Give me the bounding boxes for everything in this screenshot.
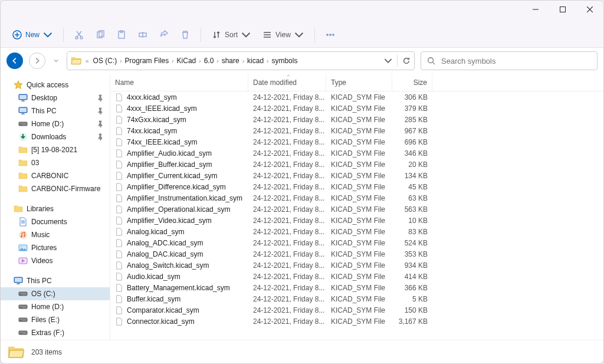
file-row[interactable]: Amplifier_Operational.kicad_sym 24-12-20… bbox=[110, 204, 603, 215]
file-row[interactable]: Amplifier_Instrumentation.kicad_sym 24-1… bbox=[110, 192, 603, 204]
sidebar-item[interactable]: Videos bbox=[1, 254, 110, 267]
file-row[interactable]: Amplifier_Audio.kicad_sym 24-12-2021, Fr… bbox=[110, 147, 603, 159]
sidebar-item[interactable]: Home (D:) bbox=[1, 300, 110, 313]
file-date: 24-12-2021, Friday 8... bbox=[248, 228, 326, 236]
file-row[interactable]: Amplifier_Video.kicad_sym 24-12-2021, Fr… bbox=[110, 215, 603, 226]
sort-button[interactable]: Sort bbox=[207, 27, 255, 43]
sidebar-item-label: Home (D:) bbox=[31, 120, 93, 128]
file-row[interactable]: Connector.kicad_sym 24-12-2021, Friday 8… bbox=[110, 316, 603, 327]
file-row[interactable]: Buffer.kicad_sym 24-12-2021, Friday 8...… bbox=[110, 293, 603, 304]
file-date: 24-12-2021, Friday 8... bbox=[248, 127, 326, 135]
file-type: KICAD_SYM File bbox=[326, 104, 392, 113]
sidebar-item[interactable]: Downloads bbox=[1, 130, 110, 143]
breadcrumb-overflow[interactable]: « bbox=[85, 58, 90, 64]
file-date: 24-12-2021, Friday 8... bbox=[248, 194, 326, 202]
file-name: Amplifier_Video.kicad_sym bbox=[127, 217, 212, 225]
sidebar-item[interactable]: Files (E:) bbox=[1, 313, 110, 326]
file-type: KICAD_SYM File bbox=[326, 317, 392, 326]
sidebar-item[interactable]: Home (D:) bbox=[1, 117, 110, 130]
pic-icon bbox=[18, 243, 28, 252]
breadcrumb-segment[interactable]: share bbox=[219, 55, 242, 66]
file-date: 24-12-2021, Friday 8... bbox=[248, 239, 326, 247]
sidebar-item[interactable]: Pictures bbox=[1, 241, 110, 254]
sidebar-item[interactable]: 03 bbox=[1, 156, 110, 169]
sidebar-item[interactable]: CARBONIC bbox=[1, 169, 110, 182]
address-bar[interactable]: « OS (C:)›Program Files›KiCad›6.0›share›… bbox=[67, 51, 415, 70]
copy-button[interactable] bbox=[91, 25, 110, 44]
sidebar-item[interactable]: CARBONIC-Firmware bbox=[1, 182, 110, 195]
sidebar-item-label: Documents bbox=[31, 218, 106, 226]
vid-icon bbox=[18, 256, 28, 265]
file-type: KICAD_SYM File bbox=[326, 138, 392, 146]
pin-icon bbox=[97, 107, 104, 114]
breadcrumb-segment[interactable]: 6.0 bbox=[202, 55, 216, 66]
file-date: 24-12-2021, Friday 8... bbox=[248, 273, 326, 281]
file-size: 3,167 KB bbox=[392, 317, 432, 326]
sidebar-item-label: Pictures bbox=[31, 244, 106, 252]
column-header-type[interactable]: Type bbox=[326, 74, 392, 91]
file-size: 934 KB bbox=[392, 261, 432, 270]
file-row[interactable]: Analog_Switch.kicad_sym 24-12-2021, Frid… bbox=[110, 260, 603, 271]
column-header-size[interactable]: Size bbox=[392, 74, 432, 91]
file-row[interactable]: Amplifier_Difference.kicad_sym 24-12-202… bbox=[110, 181, 603, 192]
breadcrumb-segment[interactable]: kicad bbox=[245, 55, 266, 66]
file-row[interactable]: Battery_Management.kicad_sym 24-12-2021,… bbox=[110, 282, 603, 293]
file-explorer-window: New Sort View « OS (C:)›Program bbox=[0, 0, 604, 364]
new-button[interactable]: New bbox=[8, 27, 57, 43]
search-box[interactable] bbox=[421, 51, 598, 70]
breadcrumb-segment[interactable]: symbols bbox=[269, 55, 300, 66]
file-date: 24-12-2021, Friday 8... bbox=[248, 306, 326, 314]
sidebar-quick-access[interactable]: Quick access bbox=[1, 78, 110, 91]
sidebar-item[interactable]: Extras (F:) bbox=[1, 326, 110, 339]
maximize-button[interactable] bbox=[549, 1, 576, 18]
sidebar-item[interactable]: Music bbox=[1, 228, 110, 241]
close-button[interactable] bbox=[576, 1, 603, 18]
sidebar-item-label: Files (E:) bbox=[31, 316, 106, 324]
file-row[interactable]: Amplifier_Current.kicad_sym 24-12-2021, … bbox=[110, 170, 603, 181]
file-row[interactable]: 74xx_IEEE.kicad_sym 24-12-2021, Friday 8… bbox=[110, 136, 603, 147]
breadcrumb-segment[interactable]: OS (C:) bbox=[91, 55, 120, 66]
file-date: 24-12-2021, Friday 8... bbox=[248, 149, 326, 158]
file-row[interactable]: Comparator.kicad_sym 24-12-2021, Friday … bbox=[110, 304, 603, 316]
svg-point-25 bbox=[428, 58, 434, 63]
breadcrumb-segment[interactable]: Program Files bbox=[123, 55, 172, 66]
share-button[interactable] bbox=[155, 25, 173, 44]
minimize-button[interactable] bbox=[522, 1, 549, 18]
view-button[interactable]: View bbox=[258, 27, 308, 43]
sidebar-item[interactable]: This PC bbox=[1, 104, 110, 117]
file-row[interactable]: 4xxx.kicad_sym 24-12-2021, Friday 8... K… bbox=[110, 91, 603, 103]
file-row[interactable]: Amplifier_Buffer.kicad_sym 24-12-2021, F… bbox=[110, 159, 603, 170]
sidebar[interactable]: Quick access Desktop This PC Home (D:) D… bbox=[1, 74, 110, 340]
recent-locations-button[interactable] bbox=[51, 58, 61, 63]
file-row[interactable]: Analog.kicad_sym 24-12-2021, Friday 8...… bbox=[110, 226, 603, 237]
file-name: Analog_Switch.kicad_sym bbox=[127, 261, 209, 270]
svg-point-15 bbox=[76, 37, 78, 39]
file-row[interactable]: 74xx.kicad_sym 24-12-2021, Friday 8... K… bbox=[110, 125, 603, 136]
refresh-button[interactable] bbox=[402, 57, 411, 65]
address-dropdown-button[interactable] bbox=[384, 57, 392, 65]
back-button[interactable] bbox=[6, 53, 23, 69]
sidebar-item[interactable]: [5] 19-08-2021 bbox=[1, 143, 110, 156]
file-row[interactable]: Analog_DAC.kicad_sym 24-12-2021, Friday … bbox=[110, 248, 603, 260]
file-row[interactable]: 74xGxx.kicad_sym 24-12-2021, Friday 8...… bbox=[110, 114, 603, 125]
rename-button[interactable] bbox=[133, 25, 152, 44]
breadcrumb-segment[interactable]: KiCad bbox=[175, 55, 199, 66]
sidebar-item[interactable]: Desktop bbox=[1, 91, 110, 104]
column-header-name[interactable]: Name bbox=[110, 74, 248, 91]
file-list[interactable]: 4xxx.kicad_sym 24-12-2021, Friday 8... K… bbox=[110, 91, 603, 340]
file-row[interactable]: Analog_ADC.kicad_sym 24-12-2021, Friday … bbox=[110, 237, 603, 248]
sidebar-libraries[interactable]: Libraries bbox=[1, 202, 110, 215]
file-row[interactable]: Audio.kicad_sym 24-12-2021, Friday 8... … bbox=[110, 271, 603, 282]
sidebar-item[interactable]: Documents bbox=[1, 215, 110, 228]
delete-button[interactable] bbox=[176, 25, 195, 44]
paste-button[interactable] bbox=[112, 25, 131, 44]
cut-button[interactable] bbox=[70, 25, 88, 44]
file-row[interactable]: 4xxx_IEEE.kicad_sym 24-12-2021, Friday 8… bbox=[110, 103, 603, 114]
more-button[interactable] bbox=[321, 25, 340, 44]
sidebar-this-pc[interactable]: This PC bbox=[1, 274, 110, 287]
forward-button[interactable] bbox=[29, 53, 45, 69]
file-type: KICAD_SYM File bbox=[326, 261, 392, 270]
search-input[interactable] bbox=[441, 57, 591, 65]
sidebar-item[interactable]: OS (C:) bbox=[1, 287, 110, 300]
file-type: KICAD_SYM File bbox=[326, 295, 392, 303]
